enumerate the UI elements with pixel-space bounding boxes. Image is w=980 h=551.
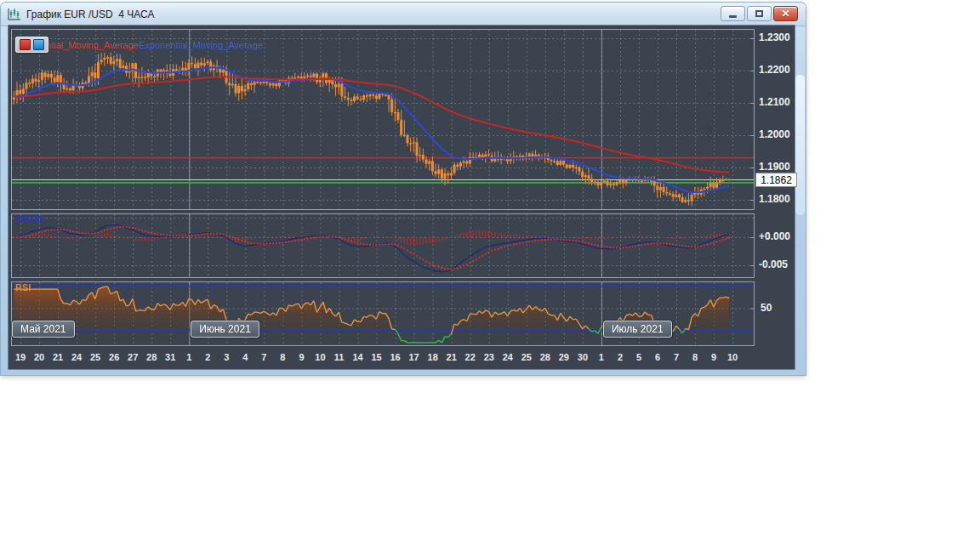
macd-axis-label: -0.005 [759, 258, 788, 270]
price-axis-label: 1.2200 [759, 64, 790, 76]
chart-content: Exponential_Moving_Average Exponential_M… [9, 26, 795, 369]
minimize-button[interactable] [721, 6, 745, 21]
window-title: График EUR /USD 4 ЧАСА [26, 9, 155, 20]
candlestick-chart-icon [7, 8, 22, 21]
title-bar[interactable]: График EUR /USD 4 ЧАСА ✕ [1, 3, 806, 26]
ema-blue-legend-label: Exponential_Moving_Average [139, 40, 263, 50]
x-tick-label: 11 [334, 352, 345, 362]
x-tick-label: 27 [128, 352, 138, 362]
close-button[interactable]: ✕ [773, 6, 798, 21]
close-icon: ✕ [781, 9, 789, 19]
current-price-box: 1.1862 [755, 173, 797, 187]
maximize-icon [755, 10, 763, 17]
macd-axis-label: +0.000 [759, 230, 790, 242]
x-tick-label: 2 [205, 352, 210, 362]
x-tick-label: 21 [447, 352, 457, 362]
x-tick-label: 15 [371, 352, 381, 362]
x-tick-label: 2 [618, 352, 623, 362]
minimize-icon [729, 15, 737, 18]
month-label[interactable]: Июль 2021 [603, 321, 672, 338]
x-tick-label: 21 [53, 352, 63, 362]
macd-pane[interactable]: MACD [11, 213, 755, 278]
x-tick-label: 5 [636, 352, 641, 362]
x-tick-label: 1 [186, 352, 191, 362]
x-tick-label: 4 [242, 352, 248, 362]
x-tick-label: 20 [34, 352, 44, 362]
x-tick-label: 24 [71, 352, 82, 362]
month-label[interactable]: Май 2021 [12, 321, 75, 338]
x-tick-label: 25 [90, 352, 100, 362]
x-tick-label: 25 [521, 352, 532, 362]
price-axis-label: 1.1900 [759, 161, 790, 173]
x-tick-label: 24 [503, 352, 513, 362]
x-tick-label: 7 [261, 352, 266, 362]
legend-chip[interactable] [15, 37, 48, 53]
scrollbar[interactable] [795, 75, 805, 215]
price-axis-label: 1.1800 [759, 193, 790, 205]
x-tick-label: 19 [15, 352, 26, 362]
x-tick-label: 7 [674, 352, 679, 362]
x-tick-label: 8 [280, 352, 285, 362]
x-tick-label: 9 [299, 352, 304, 362]
x-tick-label: 28 [540, 352, 550, 362]
x-tick-label: 3 [224, 352, 229, 362]
x-tick-label: 17 [409, 352, 419, 362]
chart-window: График EUR /USD 4 ЧАСА ✕ Exponential_Mov… [1, 3, 806, 375]
x-tick-label: 14 [352, 352, 362, 362]
price-axis-label: 1.2100 [759, 96, 790, 108]
maximize-button[interactable] [747, 6, 772, 21]
x-tick-label: 9 [711, 352, 716, 362]
x-tick-label: 8 [692, 352, 698, 362]
price-pane[interactable]: Exponential_Moving_Average Exponential_M… [11, 29, 755, 210]
month-label[interactable]: Июнь 2021 [191, 321, 259, 338]
rsi-axis-label: 50 [761, 302, 772, 314]
x-tick-label: 6 [655, 352, 660, 362]
rsi-pane-label: RSI [15, 282, 31, 293]
x-tick-label: 10 [315, 352, 325, 362]
x-tick-label: 22 [465, 352, 476, 362]
price-pane-canvas[interactable] [11, 29, 755, 210]
window-controls: ✕ [719, 6, 798, 21]
x-tick-label: 31 [165, 352, 175, 362]
macd-pane-label: MACD [15, 214, 43, 224]
macd-pane-canvas[interactable] [11, 213, 755, 278]
x-tick-label: 18 [428, 352, 438, 362]
price-axis-label: 1.2300 [759, 31, 790, 43]
x-tick-label: 16 [390, 352, 400, 362]
red-series-swatch-icon[interactable] [20, 39, 31, 50]
x-tick-label: 28 [146, 352, 157, 362]
x-tick-label: 1 [599, 352, 604, 362]
x-tick-label: 26 [109, 352, 119, 362]
x-tick-label: 10 [727, 352, 738, 362]
x-tick-label: 29 [559, 352, 569, 362]
blue-series-swatch-icon[interactable] [33, 39, 44, 50]
x-tick-label: 30 [578, 352, 588, 362]
x-tick-label: 23 [484, 352, 494, 362]
price-axis-label: 1.2000 [759, 128, 790, 140]
